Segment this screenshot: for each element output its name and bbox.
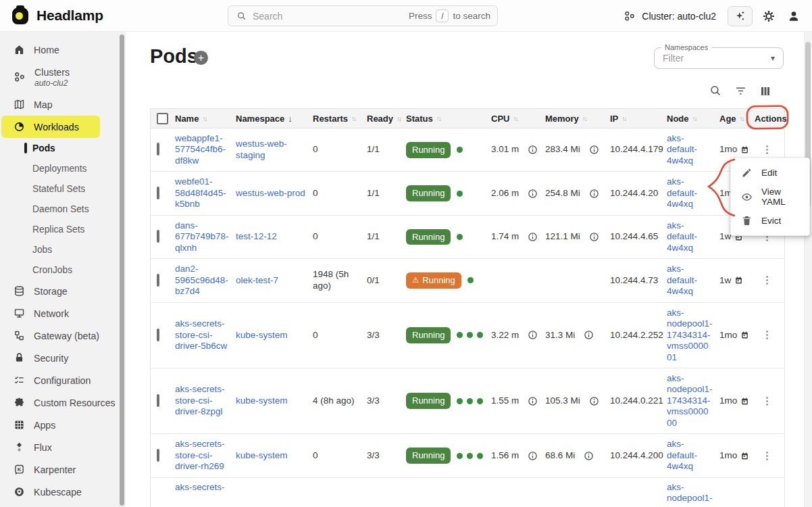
- pod-name-link[interactable]: aks-secrets-store-csi-driver-8zpgl: [175, 384, 229, 417]
- eye-icon: [741, 191, 753, 203]
- pod-name-link[interactable]: dan2-5965c96d48-bz7d4: [175, 264, 229, 297]
- node-link[interactable]: aks-nodepool1-17434314-vmss000001: [667, 308, 713, 363]
- columns-icon[interactable]: [759, 85, 771, 97]
- row-actions-button[interactable]: [755, 395, 779, 407]
- sort-icon[interactable]: ↑↓: [202, 115, 206, 122]
- pod-name-link[interactable]: webappfe1-57754c4fb6-df8kw: [175, 133, 229, 166]
- table-search-icon[interactable]: [709, 84, 722, 97]
- ip-cell: 10.244.4.73: [610, 275, 667, 286]
- namespace-link[interactable]: westus-web-staging: [236, 139, 306, 161]
- calendar-icon: [740, 331, 749, 339]
- node-link[interactable]: aks-default-4w4xq: [667, 176, 713, 210]
- row-checkbox[interactable]: [157, 230, 159, 243]
- row-checkbox[interactable]: [157, 274, 159, 287]
- row-checkbox[interactable]: [157, 329, 159, 341]
- row-actions-button[interactable]: [755, 144, 779, 155]
- sidebar-item-stateful-sets[interactable]: Stateful Sets: [0, 178, 126, 199]
- table-header: Name↑↓Namespace↓Restarts↑↓Ready↑↓Status↑…: [151, 109, 784, 128]
- container-ready-dot: [477, 453, 483, 459]
- pod-name-link[interactable]: aks-secrets-: [175, 482, 229, 493]
- select-cell: [151, 275, 175, 286]
- create-pod-button[interactable]: +: [194, 51, 208, 65]
- table-row: aks-secrets-store-csi-driver-5b6cwkube-s…: [151, 303, 784, 368]
- headlamp-logo[interactable]: Headlamp: [11, 5, 103, 26]
- namespace-filter-value: Filter: [663, 53, 771, 64]
- row-actions-button[interactable]: [755, 329, 779, 341]
- sidebar-item-security[interactable]: Security: [0, 347, 126, 369]
- cpu-cell: 1.56 m: [491, 450, 545, 461]
- sidebar-item-jobs[interactable]: Jobs: [0, 239, 126, 260]
- node-link[interactable]: aks-nodepool1-17434314-vmss000000: [667, 373, 713, 429]
- namespace-link[interactable]: olek-test-7: [236, 275, 306, 286]
- namespace-link[interactable]: kube-system: [236, 330, 306, 341]
- sidebar-item-map[interactable]: Map: [0, 93, 126, 116]
- sidebar-item-gateway-beta[interactable]: Gateway (beta): [0, 324, 126, 347]
- pod-name-link[interactable]: aks-secrets-store-csi-driver-rh269: [175, 439, 229, 472]
- sort-icon[interactable]: ↑↓: [513, 115, 517, 122]
- menu-item-evict[interactable]: Evict: [731, 211, 809, 231]
- pod-name-link[interactable]: webfe01-58d48f4d45-k5bnb: [175, 176, 229, 210]
- container-status-dots: [457, 191, 463, 197]
- sidebar-item-network[interactable]: Network: [0, 302, 126, 324]
- select-cell: [151, 231, 175, 242]
- sort-icon[interactable]: ↑↓: [436, 115, 440, 122]
- row-checkbox[interactable]: [157, 143, 159, 155]
- node-link[interactable]: aks-default-4w4xq: [667, 220, 713, 254]
- row-checkbox[interactable]: [157, 449, 159, 462]
- sidebar-item-flux[interactable]: Flux: [0, 436, 126, 458]
- row-actions-button[interactable]: [755, 450, 779, 462]
- row-checkbox[interactable]: [157, 187, 159, 199]
- sidebar-item-storage[interactable]: Storage: [0, 280, 126, 302]
- sidebar-item-kubescape[interactable]: Kubescape: [0, 481, 126, 503]
- cluster-selector[interactable]: Cluster: auto-clu2: [624, 10, 716, 22]
- sidebar-item-replica-sets[interactable]: Replica Sets: [0, 219, 126, 239]
- sidebar-item-karpenter[interactable]: KKarpenter: [0, 458, 126, 481]
- sort-icon[interactable]: ↑↓: [397, 115, 401, 122]
- sort-icon[interactable]: ↑↓: [582, 115, 586, 122]
- settings-button[interactable]: [760, 7, 778, 25]
- custom-resources-icon: [14, 397, 25, 408]
- row-checkbox[interactable]: [157, 394, 159, 407]
- select-all-checkbox[interactable]: [157, 113, 168, 124]
- sidebar-item-apps[interactable]: Apps: [0, 414, 126, 436]
- account-button[interactable]: [785, 7, 803, 25]
- sidebar-scrollbar[interactable]: [120, 34, 124, 506]
- namespace-cell: westus-web-staging: [236, 139, 313, 161]
- global-search[interactable]: Press / to search: [228, 5, 498, 26]
- menu-item-view-yaml[interactable]: View YAML: [731, 183, 809, 211]
- row-actions-button[interactable]: [755, 274, 779, 286]
- sidebar-item-clusters[interactable]: Clustersauto-clu2: [0, 61, 126, 93]
- pod-name-link[interactable]: aks-secrets-store-csi-driver-5b6cw: [175, 318, 229, 352]
- sort-icon[interactable]: ↑↓: [351, 115, 355, 122]
- node-link[interactable]: aks-default-4w4xq: [667, 439, 713, 472]
- node-link[interactable]: aks-default-4w4xq: [667, 264, 713, 297]
- sidebar-item-pods[interactable]: Pods: [0, 138, 126, 158]
- namespace-link[interactable]: test-12-12: [236, 231, 306, 242]
- namespace-link[interactable]: kube-system: [236, 450, 306, 461]
- namespace-link[interactable]: kube-system: [236, 395, 306, 406]
- node-link[interactable]: aks-default-4w4xq: [667, 133, 713, 166]
- sidebar-item-home[interactable]: Home: [0, 39, 126, 61]
- sidebar-item-custom-resources[interactable]: Custom Resources: [0, 391, 126, 414]
- sort-desc-icon[interactable]: ↓: [288, 114, 293, 124]
- sort-icon[interactable]: ↑↓: [740, 115, 744, 122]
- sidebar-item-workloads[interactable]: Workloads: [1, 116, 100, 138]
- namespace-filter[interactable]: Namespaces Filter ▾: [654, 47, 784, 69]
- namespace-cell: kube-system: [236, 450, 313, 461]
- sidebar-item-deployments[interactable]: Deployments: [0, 158, 126, 178]
- node-link[interactable]: aks-nodepool1-: [667, 482, 713, 504]
- search-input[interactable]: [253, 11, 403, 22]
- menu-item-edit[interactable]: Edit: [731, 163, 809, 183]
- namespace-link[interactable]: westus-web-prod: [236, 188, 306, 199]
- sort-icon[interactable]: ↑↓: [692, 115, 696, 122]
- sort-icon[interactable]: ↑↓: [621, 115, 626, 122]
- status-badge: Running: [406, 142, 451, 158]
- sidebar-item-cronjobs[interactable]: CronJobs: [0, 260, 126, 280]
- ai-assistant-button[interactable]: [728, 6, 753, 26]
- status-label: Running: [412, 330, 445, 341]
- pod-name-link[interactable]: dans-677b749b78-qlxnh: [175, 220, 229, 254]
- sidebar-item-daemon-sets[interactable]: Daemon Sets: [0, 199, 126, 219]
- name-cell: webappfe1-57754c4fb6-df8kw: [175, 133, 236, 166]
- sidebar-item-configuration[interactable]: Configuration: [0, 369, 126, 391]
- filter-icon[interactable]: [734, 84, 747, 97]
